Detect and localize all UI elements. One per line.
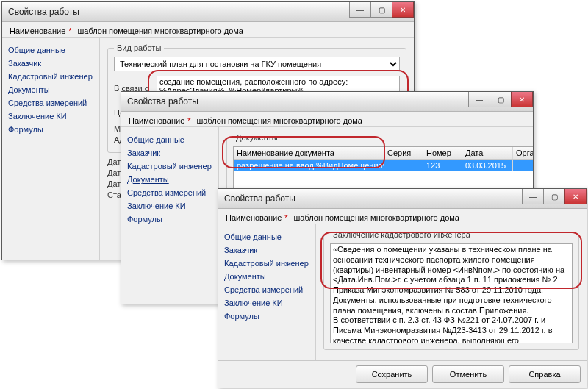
maximize-button[interactable]: ▢ xyxy=(490,92,512,107)
name-value: шаблон помещения многоквартирного дома xyxy=(197,116,362,125)
sidebar-item-formulas[interactable]: Формулы xyxy=(7,123,95,136)
close-button[interactable]: ✕ xyxy=(511,92,533,107)
cell-date: 03.03.2015 xyxy=(462,160,513,171)
dialog-footer: Сохранить Отменить Справка xyxy=(218,360,587,388)
name-header: Наименование * шаблон помещения многоква… xyxy=(218,209,587,224)
sidebar-item-general[interactable]: Общие данные xyxy=(223,230,311,243)
col-name: Наименование документа xyxy=(234,147,384,159)
sidebar-item-docs[interactable]: Документы xyxy=(7,83,95,96)
sidebar-item-measure[interactable]: Средства измерений xyxy=(126,186,214,199)
window-conclusion: Свойства работы — ▢ ✕ Наименование * шаб… xyxy=(218,188,587,388)
minimize-button[interactable]: — xyxy=(468,92,490,107)
sidebar-item-conclusion[interactable]: Заключение КИ xyxy=(7,110,95,123)
sidebar-item-measure[interactable]: Средства измерений xyxy=(7,96,95,110)
sidebar-item-conclusion[interactable]: Заключение КИ xyxy=(126,199,214,213)
name-label: Наименование xyxy=(226,213,282,222)
col-number: Номер xyxy=(423,147,462,159)
table-header: Наименование документа Серия Номер Дата … xyxy=(234,147,533,160)
work-type-legend: Вид работы xyxy=(114,43,164,52)
save-button[interactable]: Сохранить xyxy=(356,365,428,383)
name-label: Наименование xyxy=(129,116,184,125)
cell-name: разрешение на ввод %ВидПомещения% %Номер… xyxy=(234,160,384,171)
name-value: шаблон помещения многоквартирного дома xyxy=(78,26,243,35)
sidebar-item-customer[interactable]: Заказчик xyxy=(223,243,311,257)
sidebar-item-engineer[interactable]: Кадастровый инженер xyxy=(7,70,95,83)
cancel-button[interactable]: Отменить xyxy=(432,365,504,383)
titlebar[interactable]: Свойства работы — ▢ ✕ xyxy=(218,189,587,209)
maximize-button[interactable]: ▢ xyxy=(543,189,565,204)
sidebar-item-docs[interactable]: Документы xyxy=(223,270,311,283)
sidebar-item-engineer[interactable]: Кадастровый инженер xyxy=(223,257,311,270)
required-asterisk: * xyxy=(284,213,287,222)
close-button[interactable]: ✕ xyxy=(564,189,587,204)
col-series: Серия xyxy=(384,147,423,159)
minimize-button[interactable]: — xyxy=(522,189,544,204)
sidebar-item-general[interactable]: Общие данные xyxy=(7,43,95,57)
conclusion-legend: Заключение кадастрового инженера xyxy=(330,230,473,239)
name-header: Наименование * шаблон помещения многоква… xyxy=(2,22,414,38)
window-title: Свойства работы xyxy=(8,7,79,17)
col-org: Организация xyxy=(513,147,533,159)
name-header: Наименование * шаблон помещения многоква… xyxy=(121,112,533,127)
required-asterisk: * xyxy=(68,26,71,35)
col-date: Дата xyxy=(462,147,513,159)
cell-series xyxy=(384,160,423,171)
close-button[interactable]: ✕ xyxy=(392,2,414,18)
table-row[interactable]: разрешение на ввод %ВидПомещения% %Номер… xyxy=(234,160,533,171)
sidebar: Общие данные Заказчик Кадастровый инжене… xyxy=(2,38,100,260)
sidebar-item-customer[interactable]: Заказчик xyxy=(7,57,95,70)
conclusion-textarea[interactable]: «Сведения о помещении указаны в техничес… xyxy=(330,243,573,343)
cell-org xyxy=(513,160,533,171)
window-title: Свойства работы xyxy=(224,193,295,204)
conclusion-group: Заключение кадастрового инженера «Сведен… xyxy=(323,230,579,350)
sidebar: Общие данные Заказчик Кадастровый инжене… xyxy=(218,224,316,360)
maximize-button[interactable]: ▢ xyxy=(370,2,392,18)
cell-number: 123 xyxy=(423,160,462,171)
sidebar: Общие данные Заказчик Кадастровый инжене… xyxy=(121,127,219,304)
sidebar-item-formulas[interactable]: Формулы xyxy=(223,310,311,323)
name-value: шаблон помещения многоквартирного дома xyxy=(294,213,459,222)
name-label: Наименование xyxy=(10,26,65,35)
required-asterisk: * xyxy=(187,116,190,125)
sidebar-item-engineer[interactable]: Кадастровый инженер xyxy=(126,160,214,173)
sidebar-item-general[interactable]: Общие данные xyxy=(126,133,214,146)
work-type-select[interactable]: Технический план для постановки на ГКУ п… xyxy=(114,57,400,71)
docs-legend: Документы xyxy=(233,133,281,142)
help-button[interactable]: Справка xyxy=(509,365,581,383)
minimize-button[interactable]: — xyxy=(349,2,371,18)
sidebar-item-measure[interactable]: Средства измерений xyxy=(223,283,311,296)
sidebar-item-formulas[interactable]: Формулы xyxy=(126,213,214,226)
window-title: Свойства работы xyxy=(127,96,198,107)
sidebar-item-customer[interactable]: Заказчик xyxy=(126,146,214,160)
sidebar-item-conclusion[interactable]: Заключение КИ xyxy=(223,296,311,310)
titlebar[interactable]: Свойства работы — ▢ ✕ xyxy=(2,2,414,22)
titlebar[interactable]: Свойства работы — ▢ ✕ xyxy=(121,92,533,112)
sidebar-item-docs[interactable]: Документы xyxy=(126,173,214,186)
